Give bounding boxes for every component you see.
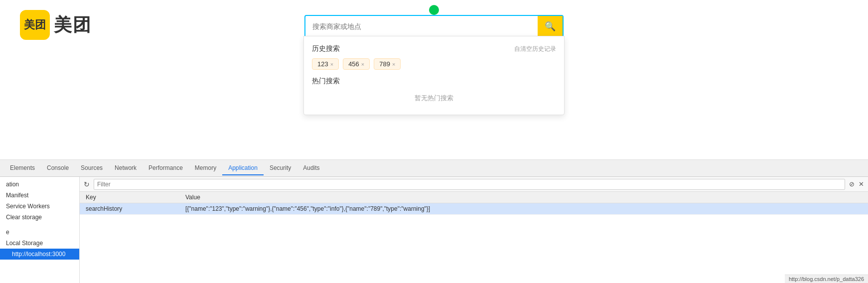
sidebar-item-local-storage[interactable]: Local Storage: [0, 238, 79, 249]
tag-close-1[interactable]: ×: [361, 61, 364, 67]
tab-application[interactable]: Application: [222, 161, 264, 175]
clear-storage-icon[interactable]: ⊘: [849, 180, 855, 188]
devtools-sidebar: ation Manifest Service Workers Clear sto…: [0, 177, 80, 283]
tag-text-2: 789: [379, 60, 390, 68]
clear-history-button[interactable]: 自清空历史记录: [514, 45, 556, 53]
tab-sources[interactable]: Sources: [75, 161, 109, 175]
app-area: 美团 美团 🔍 历史搜索 自清空历史记录 123 × 456: [0, 0, 868, 159]
sidebar-item-clear-storage[interactable]: Clear storage: [0, 212, 79, 223]
tab-security[interactable]: Security: [264, 161, 297, 175]
sidebar-item-service-workers[interactable]: Service Workers: [0, 201, 79, 212]
search-container: 🔍 历史搜索 自清空历史记录 123 × 456 × 789 ×: [304, 15, 564, 38]
logo-container: 美团 美团: [20, 10, 92, 40]
filter-input[interactable]: [94, 179, 845, 190]
search-icon: 🔍: [545, 21, 556, 32]
tab-elements[interactable]: Elements: [4, 161, 41, 175]
logo-box-text: 美团: [24, 17, 46, 32]
no-hot-text: 暂无热门搜索: [312, 90, 556, 107]
status-url: http://blog.csdn.net/p_datta326: [789, 276, 864, 282]
table-header-value: Value: [179, 192, 868, 203]
table-header-key: Key: [80, 192, 179, 203]
devtools-tabs: Elements Console Sources Network Perform…: [0, 160, 868, 177]
history-tag-2[interactable]: 789 ×: [374, 58, 401, 70]
tab-console[interactable]: Console: [41, 161, 75, 175]
tag-text-0: 123: [317, 60, 328, 68]
history-label: 历史搜索: [312, 44, 340, 53]
devtools-main: ↻ ⊘ ✕ Key Value searchHistory: [80, 177, 868, 283]
table-row[interactable]: searchHistory [{"name":"123","type":"war…: [80, 203, 868, 215]
table-cell-key: searchHistory: [80, 203, 179, 215]
sidebar-item-manifest[interactable]: Manifest: [0, 190, 79, 201]
search-input[interactable]: [305, 17, 538, 35]
tab-network[interactable]: Network: [109, 161, 143, 175]
tab-audits[interactable]: Audits: [297, 161, 325, 175]
sidebar-item-ation[interactable]: ation: [0, 179, 79, 190]
search-button[interactable]: 🔍: [538, 16, 563, 37]
search-dropdown: 历史搜索 自清空历史记录 123 × 456 × 789 × 热门搜索 暂无热门…: [303, 36, 565, 115]
sidebar-item-e[interactable]: e: [0, 227, 79, 238]
history-tag-0[interactable]: 123 ×: [312, 58, 339, 70]
devtools-body: ation Manifest Service Workers Clear sto…: [0, 177, 868, 283]
history-tag-1[interactable]: 456 ×: [343, 58, 370, 70]
table-cell-value: [{"name":"123","type":"warning"},{"name"…: [179, 203, 868, 215]
storage-table: Key Value searchHistory [{"name":"123","…: [80, 192, 868, 283]
search-bar: 🔍: [304, 15, 564, 38]
close-icon[interactable]: ✕: [859, 180, 864, 188]
devtools-panel: Elements Console Sources Network Perform…: [0, 159, 868, 283]
refresh-icon[interactable]: ↻: [84, 180, 90, 188]
tag-text-1: 456: [348, 60, 359, 68]
logo-box: 美团: [20, 10, 50, 40]
tab-performance[interactable]: Performance: [143, 161, 189, 175]
dropdown-header: 历史搜索 自清空历史记录: [312, 44, 556, 53]
tag-close-0[interactable]: ×: [330, 61, 333, 67]
tag-close-2[interactable]: ×: [392, 61, 395, 67]
sidebar-item-localhost[interactable]: http://localhost:3000: [0, 249, 79, 260]
tab-memory[interactable]: Memory: [189, 161, 222, 175]
devtools-toolbar: ↻ ⊘ ✕: [80, 177, 868, 192]
history-tags: 123 × 456 × 789 ×: [312, 58, 556, 70]
status-bar: http://blog.csdn.net/p_datta326: [785, 275, 868, 283]
hot-label: 热门搜索: [312, 77, 556, 86]
logo-text: 美团: [54, 13, 92, 37]
